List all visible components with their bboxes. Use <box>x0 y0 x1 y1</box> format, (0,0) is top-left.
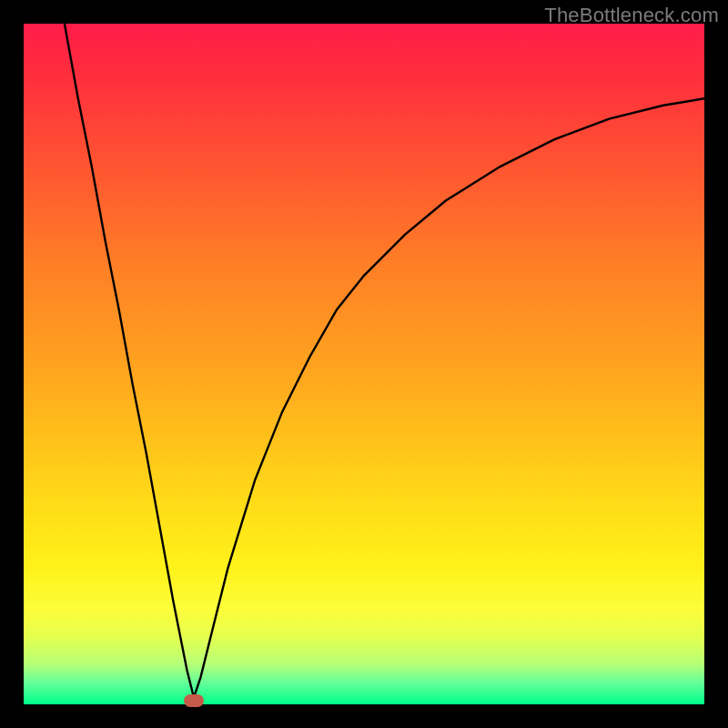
bottleneck-curve <box>24 24 704 704</box>
watermark-text: TheBottleneck.com <box>544 4 719 27</box>
optimum-marker <box>184 694 204 707</box>
chart-plot-area <box>24 24 704 704</box>
curve-path <box>65 24 704 698</box>
